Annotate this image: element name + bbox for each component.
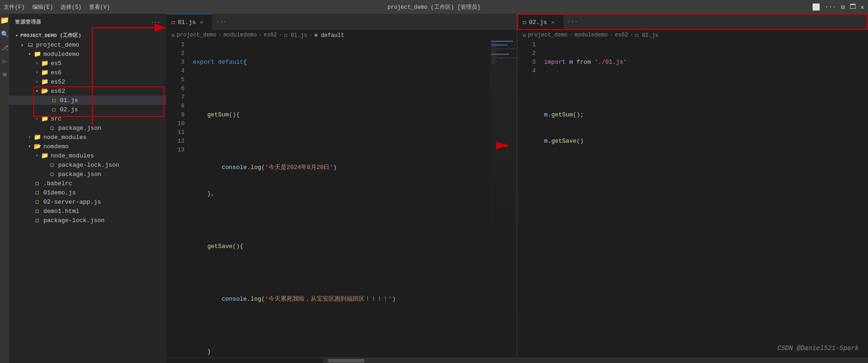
activity-search[interactable]: 🔍	[1, 30, 9, 38]
layout-icon[interactable]: ⬜	[812, 3, 820, 11]
breadcrumb-icon: ⊟	[523, 32, 526, 38]
breadcrumb-item-1: project_demo	[528, 32, 568, 38]
breadcrumb-sep: ›	[279, 32, 282, 38]
left-code-editor[interactable]: 1 2 3 4 5 6 7 8 9 10 11 12 13	[166, 40, 489, 357]
tree-item-01js[interactable]: ◻ 01.js	[9, 96, 166, 105]
dots-icon[interactable]: ···	[825, 3, 836, 11]
breadcrumb-item-4: ◻ 02.js	[635, 32, 658, 39]
code-line-10: console.log('今天累死我啦，从宝安区跑到福田区！！！！')	[193, 295, 485, 303]
sidebar-more-icon[interactable]: ···	[151, 19, 161, 25]
split-icon[interactable]: ⊟	[841, 3, 844, 11]
breadcrumb-icon: ⊟	[172, 32, 175, 38]
breadcrumb-item-3: es62	[263, 32, 277, 38]
tree-item-nomdemo[interactable]: ▾ 📂 nomdemo	[9, 142, 166, 151]
tree-label: 01.js	[60, 97, 78, 104]
code-line-8: getSave(){	[193, 242, 485, 251]
activity-explorer[interactable]: 📁	[0, 16, 9, 25]
tree-item-node_modules1[interactable]: › 📁 node_modules	[9, 133, 166, 142]
folder-arrow: ▾	[33, 88, 41, 94]
breadcrumb-sep: ›	[630, 32, 633, 38]
right-tab-close-button[interactable]: ✕	[550, 18, 556, 26]
tree-item-src[interactable]: › 📁 src	[9, 114, 166, 123]
tree-item-es52[interactable]: › 📁 es52	[9, 77, 166, 86]
activity-git[interactable]: ⎇	[1, 44, 8, 52]
folder-icon: 📁	[41, 60, 49, 67]
folder-icon: 📁	[33, 50, 42, 58]
left-code-content[interactable]: export default{ getSum(){ console.log('今…	[189, 40, 489, 357]
tree-item-demo1html[interactable]: ◻ demo1.html	[9, 206, 166, 216]
code-line-6: },	[193, 189, 485, 198]
folder-icon: 📁	[33, 133, 42, 141]
window-controls[interactable]: ⬜ ··· ⊟ 🗖 ✕	[812, 3, 868, 11]
code-line-4	[193, 137, 485, 145]
tree-item-project_demo[interactable]: ▾ 🗂 project_demo	[9, 41, 166, 49]
activity-debug[interactable]: ▷	[3, 57, 6, 65]
tree-label: 02.js	[60, 106, 78, 113]
tree-item-packagelockjson[interactable]: ◻ package-lock.json	[9, 216, 166, 225]
tab-label: 02.js	[529, 19, 547, 26]
tab-close-button[interactable]: ✕	[198, 18, 204, 26]
bottom-scrollbar[interactable]	[166, 357, 868, 363]
breadcrumb-sep: ›	[610, 32, 613, 38]
breadcrumb-item-1: project_demo	[177, 32, 216, 38]
menu-bar[interactable]: 文件(F) 编辑(E) 选择(S) 查看(V)	[0, 3, 110, 11]
left-tab-01js[interactable]: ◻ 01.js ✕	[166, 14, 212, 30]
left-breadcrumb: ⊟ project_demo › moduledemo › es62 › ◻ 0…	[166, 30, 517, 40]
file-icon: ◻	[48, 170, 56, 178]
workspace-label[interactable]: ▾ PROJECT_DEMO (工作区)	[9, 31, 166, 40]
breadcrumb-sep: ›	[309, 32, 312, 38]
tree-label: src	[51, 115, 61, 122]
code-line-9	[193, 268, 485, 277]
activity-extensions[interactable]: ⊞	[3, 71, 6, 79]
workspace-root[interactable]: ▾ PROJECT_DEMO (工作区)	[9, 30, 166, 41]
tree-item-01demojs[interactable]: ◻ 01demo.js	[9, 188, 166, 197]
right-tab-more[interactable]: ···	[563, 14, 581, 30]
close-icon[interactable]: ✕	[861, 3, 864, 11]
tab-file-icon: ◻	[523, 19, 526, 26]
menu-view[interactable]: 查看(V)	[89, 3, 110, 11]
tree-label: 02-server-app.js	[43, 199, 101, 206]
js-file-icon: ◻	[33, 189, 42, 196]
tree-item-moduledemo[interactable]: ▾ 📁 moduledemo	[9, 49, 166, 59]
sidebar-header-icons[interactable]: ···	[151, 19, 161, 25]
right-tab-bar: ◻ 02.js ✕ ···	[517, 14, 868, 30]
code-line-r3: m.getSum();	[544, 110, 858, 119]
editor-area: ◻ 01.js ✕ ··· ⊟ project_demo › moduledem…	[166, 14, 868, 363]
menu-select[interactable]: 选择(S)	[60, 3, 82, 11]
js-file-icon: ◻	[50, 106, 58, 113]
left-code-area: 1 2 3 4 5 6 7 8 9 10 11 12 13	[166, 40, 517, 357]
folder-arrow: ▾	[26, 51, 33, 57]
menu-file[interactable]: 文件(F)	[4, 3, 25, 11]
right-code-editor[interactable]: 1 2 3 4 import m from './01.js' m.getSum…	[517, 40, 862, 357]
tab-file-icon: ◻	[172, 19, 175, 26]
left-tab-more[interactable]: ···	[212, 14, 230, 30]
tree-item-packagejson2[interactable]: ◻ package.json	[9, 169, 166, 179]
tree-item-es62[interactable]: ▾ 📂 es62	[9, 86, 166, 96]
breadcrumb-sep: ›	[258, 32, 262, 38]
tree-item-02serverappjs[interactable]: ◻ 02-server-app.js	[9, 197, 166, 206]
left-tab-bar: ◻ 01.js ✕ ···	[166, 14, 517, 30]
breadcrumb-sep: ›	[569, 32, 573, 38]
folder-arrow: ›	[33, 116, 41, 121]
folder-icon: 🗂	[26, 42, 34, 48]
tree-item-es5[interactable]: › 📁 es5	[9, 59, 166, 68]
tree-label: demo1.html	[43, 208, 79, 215]
tree-item-es6[interactable]: › 📁 es6	[9, 68, 166, 77]
menu-edit[interactable]: 编辑(E)	[32, 3, 54, 11]
js-file-icon: ◻	[33, 198, 42, 206]
tree-item-packagejson1[interactable]: ◻ package.json	[9, 123, 166, 133]
breadcrumb-item-5: ⊕ default	[314, 32, 344, 39]
title-bar: 文件(F) 编辑(E) 选择(S) 查看(V) project_demo (工作…	[0, 0, 868, 14]
tree-item-node_modules2[interactable]: › 📁 node_modules	[9, 151, 166, 160]
tree-item-babelrc[interactable]: ◻ .babelrc	[9, 179, 166, 188]
right-tab-02js[interactable]: ◻ 02.js ✕	[517, 14, 563, 30]
file-icon: ◻	[33, 207, 42, 215]
tree-item-02js[interactable]: ◻ 02.js	[9, 105, 166, 114]
tree-label: nomdemo	[43, 143, 69, 150]
right-scrollbar[interactable]	[862, 40, 868, 357]
folder-arrow: ›	[33, 153, 41, 158]
folder-arrow: ›	[33, 61, 41, 66]
tree-item-packagelock1[interactable]: ◻ package-lock.json	[9, 160, 166, 169]
right-code-content[interactable]: import m from './01.js' m.getSum(); m.ge…	[540, 40, 862, 357]
maximize-icon[interactable]: 🗖	[850, 3, 856, 11]
